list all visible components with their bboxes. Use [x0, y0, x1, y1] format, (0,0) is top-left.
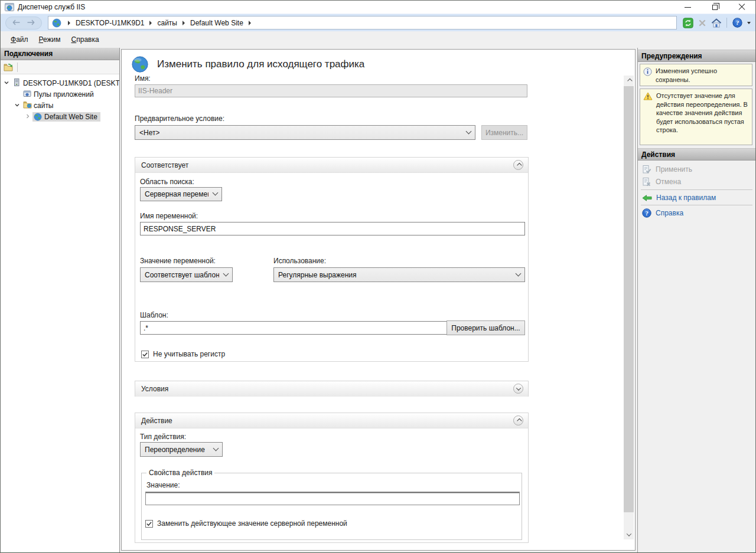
help-link[interactable]: ? Справка	[642, 207, 753, 219]
value-input[interactable]	[145, 492, 520, 505]
chevron-down-icon	[467, 129, 471, 133]
ignore-case-row: Не учитывать регистр	[141, 350, 225, 358]
cancel-action: Отмена	[642, 176, 753, 188]
action-properties-group: Свойства действия Значение: Заменить дей…	[141, 473, 522, 540]
page-title: Изменить правило для исходящего трафика	[157, 58, 364, 70]
breadcrumb-separator-icon	[68, 21, 70, 25]
scroll-up-button[interactable]	[624, 76, 634, 86]
globe-icon	[34, 113, 42, 121]
breadcrumb-item-default-web-site[interactable]: Default Web Site	[190, 19, 243, 27]
address-bar[interactable]: DESKTOP-U1MK9D1 сайты Default Web Site	[48, 16, 677, 30]
back-to-rules-link[interactable]: Назад к правилам	[642, 192, 753, 204]
back-icon[interactable]	[12, 19, 21, 27]
chevron-expanded-icon[interactable]	[4, 79, 9, 87]
chevron-down-icon	[213, 191, 217, 195]
connections-tree: DESKTOP-U1MK9D1 (DESKTOI Пулы приложений…	[1, 74, 119, 122]
restore-button[interactable]	[701, 1, 728, 14]
tree-item-app-pools[interactable]: Пулы приложений	[1, 89, 119, 100]
toolbar-separator	[17, 63, 18, 72]
match-section: Соответствует Область поиска: Серверная …	[135, 157, 529, 362]
scope-label: Область поиска:	[140, 178, 194, 186]
scroll-down-button[interactable]	[624, 529, 634, 539]
variable-name-input[interactable]	[140, 222, 525, 235]
window-controls	[674, 1, 755, 14]
using-select[interactable]: Регулярные выражения	[273, 267, 525, 282]
new-connection-icon[interactable]	[4, 63, 13, 71]
scope-select[interactable]: Серверная переменн	[140, 187, 222, 201]
apply-icon	[642, 165, 651, 174]
variable-value-select[interactable]: Соответствует шаблону	[140, 267, 233, 282]
conditions-section: Условия	[135, 381, 529, 397]
toolbar-separator	[726, 18, 727, 28]
actions-separator	[641, 205, 752, 205]
close-icon	[738, 4, 745, 11]
breadcrumb-item-server[interactable]: DESKTOP-U1MK9D1	[76, 19, 144, 27]
tree-selection[interactable]: Default Web Site	[32, 112, 100, 122]
chevron-down-icon	[214, 446, 218, 450]
menu-file[interactable]: Файл	[5, 32, 34, 47]
warning-icon	[643, 92, 653, 142]
help-icon: ?	[642, 208, 651, 218]
match-section-header[interactable]: Соответствует	[135, 158, 528, 173]
action-type-select[interactable]: Переопределение	[140, 442, 223, 457]
chevron-expanded-icon[interactable]	[14, 102, 20, 110]
action-properties-legend: Свойства действия	[146, 469, 214, 477]
help-dropdown-icon[interactable]	[747, 22, 751, 24]
alerts-header: Предупреждения	[638, 50, 755, 62]
menu-view[interactable]: Режим	[34, 32, 66, 47]
pattern-input[interactable]	[140, 321, 447, 335]
replace-value-label: Заменить действующее значение серверной …	[157, 519, 347, 528]
ignore-case-label: Не учитывать регистр	[153, 350, 225, 358]
help-icon[interactable]: ?	[732, 17, 743, 28]
home-icon[interactable]	[711, 17, 722, 28]
connections-header: Подключения	[1, 48, 119, 60]
conditions-section-header[interactable]: Условия	[135, 381, 528, 397]
restore-icon	[712, 5, 718, 10]
refresh-icon[interactable]	[682, 17, 693, 28]
using-label: Использование:	[273, 257, 326, 265]
right-panel: Предупреждения Изменения успешно сохране…	[637, 48, 755, 552]
breadcrumb-item-sites[interactable]: сайты	[157, 19, 177, 27]
precondition-select[interactable]: <Нет>	[135, 125, 475, 140]
conditions-section-title: Условия	[141, 385, 168, 393]
menu-help[interactable]: Справка	[66, 32, 105, 47]
close-button[interactable]	[728, 1, 755, 14]
test-pattern-button[interactable]: Проверить шаблон...	[447, 320, 525, 335]
actions-header: Действия	[638, 148, 755, 161]
warning-notice: Отсутствует значение для действия переоп…	[640, 89, 752, 145]
tree-item-server[interactable]: DESKTOP-U1MK9D1 (DESKTOI	[1, 77, 119, 89]
ignore-case-checkbox[interactable]	[141, 351, 149, 358]
tree-item-label: DESKTOP-U1MK9D1 (DESKTOI	[23, 79, 119, 87]
collapse-icon[interactable]	[513, 415, 523, 426]
tree-item-sites[interactable]: сайты	[1, 100, 119, 111]
chevron-down-icon	[516, 271, 520, 276]
app-window: Диспетчер служб IIS DESKTOP-U1MK9D1 сайт…	[0, 0, 756, 553]
value-label: Значение:	[146, 481, 180, 489]
tree-item-label: Default Web Site	[44, 113, 97, 121]
cancel-label: Отмена	[656, 178, 681, 186]
action-section-header[interactable]: Действие	[135, 413, 528, 428]
collapse-icon[interactable]	[513, 160, 523, 170]
vertical-scrollbar[interactable]	[624, 76, 634, 539]
info-notice-text: Изменения успешно сохранены.	[656, 67, 749, 83]
sites-folder-icon	[23, 101, 32, 110]
variable-value-label: Значение переменной:	[140, 257, 216, 265]
variable-name-label: Имя переменной:	[140, 212, 198, 220]
tree-item-default-web-site[interactable]: Default Web Site	[1, 111, 119, 122]
globe-icon	[52, 18, 61, 28]
help-label: Справка	[656, 209, 683, 217]
scrollbar-thumb[interactable]	[624, 86, 634, 512]
breadcrumb-separator-icon	[149, 21, 152, 25]
chevron-collapsed-icon[interactable]	[25, 113, 31, 121]
name-label: Имя:	[135, 74, 151, 83]
content-area: Изменить правило для исходящего трафика …	[120, 48, 637, 552]
minimize-button[interactable]	[674, 1, 701, 14]
replace-value-checkbox[interactable]	[145, 520, 153, 528]
minimize-icon	[685, 7, 691, 8]
forward-icon[interactable]	[27, 19, 35, 27]
nav-buttons	[5, 17, 42, 30]
info-icon	[643, 67, 652, 83]
pattern-label: Шаблон:	[140, 311, 168, 319]
action-section: Действие Тип действия: Переопределение С…	[135, 413, 529, 543]
expand-icon[interactable]	[513, 384, 523, 394]
